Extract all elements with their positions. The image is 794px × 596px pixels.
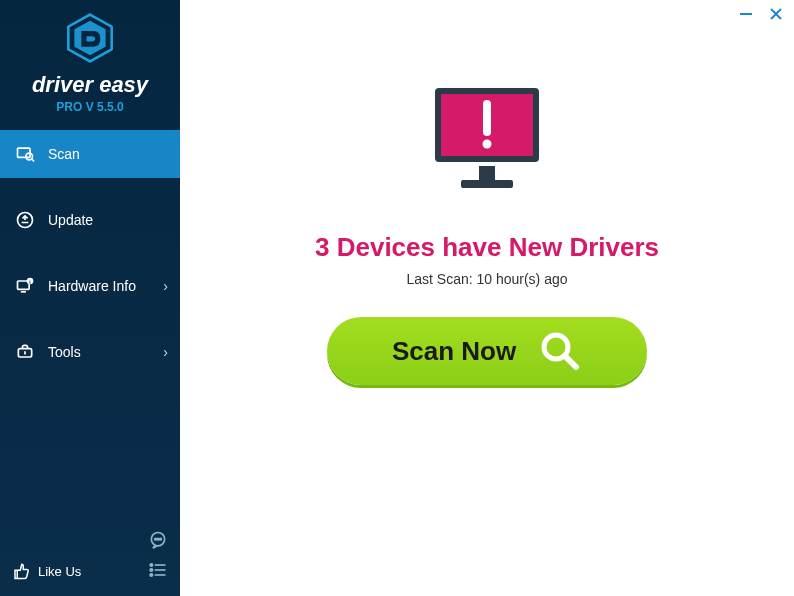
minimize-button[interactable] (738, 6, 754, 22)
logo-icon (64, 12, 116, 64)
scan-now-button[interactable]: Scan Now (327, 317, 647, 385)
svg-point-14 (157, 538, 159, 540)
nav: Scan Update i Hardware Info › Tools (0, 130, 180, 394)
tools-icon (14, 341, 36, 363)
svg-point-16 (150, 564, 153, 567)
svg-marker-1 (74, 21, 105, 56)
like-us-label: Like Us (38, 564, 81, 579)
update-icon (14, 209, 36, 231)
sidebar-footer: Like Us (0, 520, 180, 596)
last-scan-text: Last Scan: 10 hour(s) ago (406, 271, 567, 287)
nav-item-tools[interactable]: Tools › (0, 328, 180, 376)
nav-label: Hardware Info (48, 278, 136, 294)
svg-line-32 (565, 356, 576, 367)
like-us-button[interactable]: Like Us (12, 562, 81, 580)
chevron-right-icon: › (163, 344, 168, 360)
chat-icon[interactable] (148, 530, 168, 550)
svg-point-20 (150, 574, 153, 577)
svg-rect-27 (479, 166, 495, 180)
close-button[interactable] (768, 6, 784, 22)
footer-icons (148, 530, 168, 580)
magnify-icon (538, 329, 582, 373)
monitor-alert-icon (417, 70, 557, 214)
logo-area: driver easy PRO V 5.5.0 (0, 0, 180, 122)
svg-line-4 (32, 159, 34, 162)
hardware-info-icon: i (14, 275, 36, 297)
svg-point-13 (155, 538, 157, 540)
svg-point-18 (150, 569, 153, 572)
menu-list-icon[interactable] (148, 560, 168, 580)
brand-version: PRO V 5.5.0 (0, 100, 180, 114)
svg-rect-7 (21, 291, 26, 293)
nav-item-scan[interactable]: Scan (0, 130, 180, 178)
nav-label: Update (48, 212, 93, 228)
scan-icon (14, 143, 36, 165)
thumbs-up-icon (12, 562, 30, 580)
nav-item-hardware[interactable]: i Hardware Info › (0, 262, 180, 310)
nav-label: Tools (48, 344, 81, 360)
svg-point-15 (160, 538, 162, 540)
sidebar: driver easy PRO V 5.5.0 Scan Update i (0, 0, 180, 596)
status-headline: 3 Devices have New Drivers (315, 232, 659, 263)
chevron-right-icon: › (163, 278, 168, 294)
nav-item-update[interactable]: Update (0, 196, 180, 244)
svg-rect-28 (461, 180, 513, 188)
window-controls (738, 6, 784, 22)
svg-point-30 (483, 140, 492, 149)
scan-now-label: Scan Now (392, 336, 516, 367)
nav-label: Scan (48, 146, 80, 162)
brand-name: driver easy (0, 72, 180, 98)
app-window: driver easy PRO V 5.5.0 Scan Update i (0, 0, 794, 596)
main-content: 3 Devices have New Drivers Last Scan: 10… (180, 0, 794, 596)
